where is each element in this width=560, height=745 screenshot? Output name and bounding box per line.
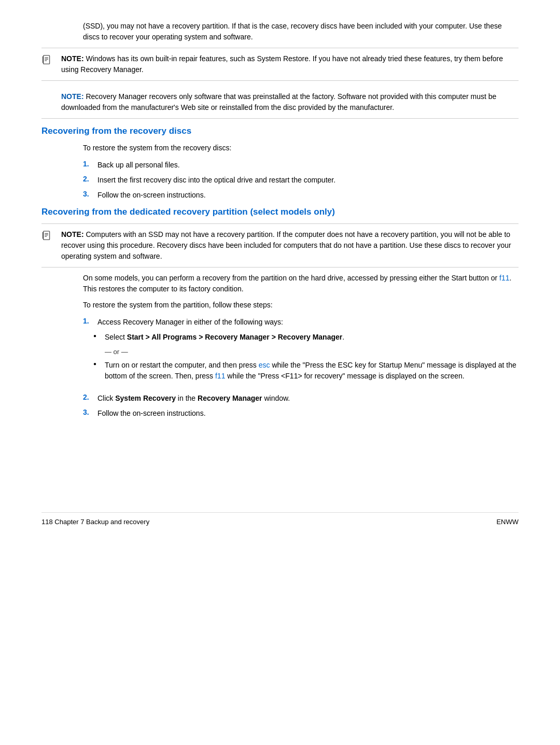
intro-paragraph: (SSD), you may not have a recovery parti… [83, 21, 519, 43]
section1-text-1: Back up all personal files. [97, 160, 519, 171]
section2-note-content: NOTE: Computers with an SSD may not have… [61, 229, 519, 262]
section1-item-3: 3. Follow the on-screen instructions. [83, 190, 519, 201]
section2-num-2: 2. [83, 393, 97, 401]
note-2-text: Recovery Manager recovers only software … [61, 92, 496, 111]
svg-rect-0 [44, 55, 50, 64]
section2-para2: To restore the system from the partition… [83, 300, 519, 311]
section2-num-3: 3. [83, 408, 97, 416]
section1-list: 1. Back up all personal files. 2. Insert… [83, 160, 519, 201]
note-block-2: NOTE: Recovery Manager recovers only sof… [41, 86, 519, 119]
section2-para1-text: On some models, you can perform a recove… [83, 274, 499, 282]
section2-item-1-row: 1. Access Recovery Manager in either of … [83, 317, 283, 328]
footer-right: ENWW [496, 518, 519, 526]
svg-rect-9 [43, 232, 44, 239]
note-2-label: NOTE: [61, 92, 84, 101]
note-1-label: NOTE: [61, 54, 84, 63]
section1-text-2: Insert the first recovery disc into the … [97, 175, 519, 186]
section2-text-2: Click System Recovery in the Recovery Ma… [97, 393, 519, 404]
section2-sub-text-1: Select Start > All Programs > Recovery M… [105, 332, 519, 343]
note-2-content: NOTE: Recovery Manager recovers only sof… [61, 91, 519, 113]
or-text: — or — [105, 348, 519, 356]
section2-item-3: 3. Follow the on-screen instructions. [83, 408, 519, 419]
section2-note-text: Computers with an SSD may not have a rec… [61, 230, 511, 260]
section2-item-1: 1. Access Recovery Manager in either of … [83, 317, 519, 389]
section2-item-2: 2. Click System Recovery in the Recovery… [83, 393, 519, 404]
page-footer: 118 Chapter 7 Backup and recovery ENWW [41, 512, 519, 526]
note-1-content: NOTE: Windows has its own built-in repai… [61, 53, 519, 75]
note-2-row: NOTE: Recovery Manager recovers only sof… [41, 91, 519, 113]
section2-para1: On some models, you can perform a recove… [83, 273, 519, 294]
bullet-icon-2: ● [93, 361, 105, 367]
section1-num-3: 3. [83, 190, 97, 198]
section2-note-label: NOTE: [61, 230, 84, 238]
section1-heading: Recovering from the recovery discs [41, 126, 519, 136]
note-1-text: Windows has its own built-in repair feat… [61, 54, 503, 74]
svg-rect-5 [44, 231, 50, 240]
note-icon-1 [41, 54, 56, 66]
svg-rect-4 [43, 57, 44, 63]
section2-list: 1. Access Recovery Manager in either of … [83, 317, 519, 419]
section2-sub-list: ● Select Start > All Programs > Recovery… [93, 332, 519, 387]
note-block-1: NOTE: Windows has its own built-in repai… [41, 48, 519, 81]
section1-item-2: 2. Insert the first recovery disc into t… [83, 175, 519, 186]
footer-left: 118 Chapter 7 Backup and recovery [41, 518, 149, 526]
section2-para1-link: f11 [499, 274, 509, 282]
section1-text-3: Follow the on-screen instructions. [97, 190, 519, 201]
section2-text-1: Access Recovery Manager in either of the… [97, 317, 283, 328]
section1-num-1: 1. [83, 160, 97, 168]
bullet-icon-1: ● [93, 333, 105, 339]
section2-text-3: Follow the on-screen instructions. [97, 408, 519, 419]
section2-note-block: NOTE: Computers with an SSD may not have… [41, 223, 519, 268]
section1-intro: To restore the system from the recovery … [83, 143, 519, 153]
section2-sub-item-1: ● Select Start > All Programs > Recovery… [93, 332, 519, 343]
section1-item-1: 1. Back up all personal files. [83, 160, 519, 171]
section2-note-icon [41, 230, 56, 242]
intro-text: (SSD), you may not have a recovery parti… [83, 22, 502, 41]
section2-para2-text: To restore the system from the partition… [83, 301, 273, 309]
section1-num-2: 2. [83, 175, 97, 183]
section2-sub-item-2: ● Turn on or restart the computer, and t… [93, 360, 519, 382]
section2-num-1: 1. [83, 317, 97, 325]
section2-heading: Recovering from the dedicated recovery p… [41, 207, 519, 217]
section2-sub-text-2: Turn on or restart the computer, and the… [105, 360, 519, 382]
